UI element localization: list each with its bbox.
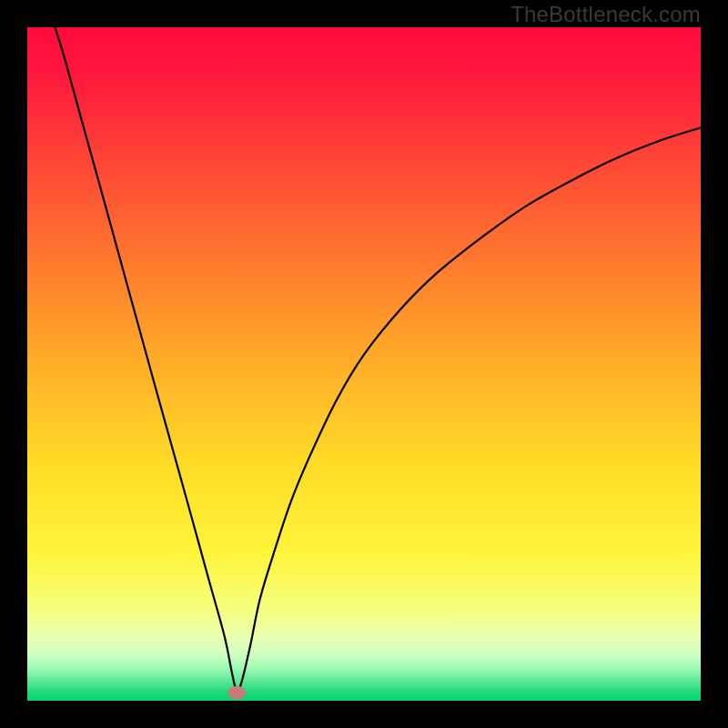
chart-frame: TheBottleneck.com — [0, 0, 728, 728]
bottleneck-chart — [27, 27, 701, 701]
minimum-marker — [228, 686, 246, 700]
gradient-background — [27, 27, 701, 701]
watermark-text: TheBottleneck.com — [511, 2, 701, 27]
